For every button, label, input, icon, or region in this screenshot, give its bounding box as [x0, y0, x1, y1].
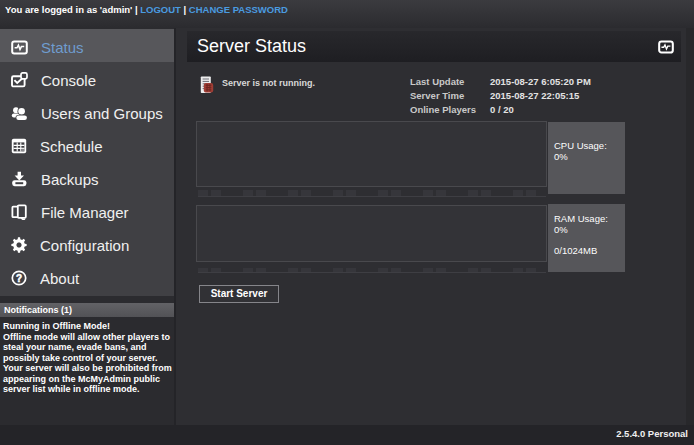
svg-text:?: ?	[16, 273, 22, 284]
